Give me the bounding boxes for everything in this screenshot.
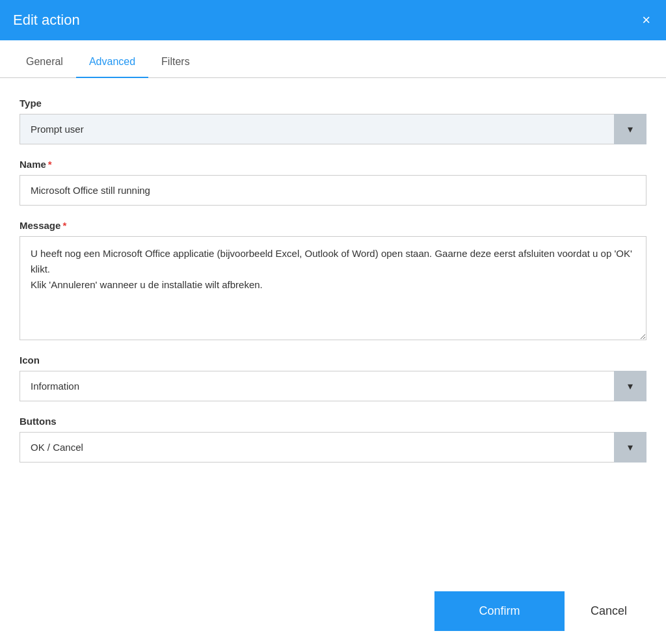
type-group: Type Prompt user ▾	[20, 98, 646, 144]
dialog-header: Edit action ×	[0, 0, 666, 40]
close-button[interactable]: ×	[639, 12, 653, 29]
type-select[interactable]: Prompt user	[20, 114, 646, 144]
dialog-body: Type Prompt user ▾ Name* Message* Icon	[0, 78, 666, 578]
dialog-title: Edit action	[13, 12, 80, 29]
tab-advanced[interactable]: Advanced	[76, 47, 148, 78]
name-group: Name*	[20, 159, 646, 206]
tab-bar: General Advanced Filters	[0, 47, 666, 78]
message-required: *	[62, 220, 66, 231]
type-select-wrapper: Prompt user ▾	[20, 114, 646, 144]
icon-group: Icon Information ▾	[20, 355, 646, 401]
dialog-footer: Confirm Cancel	[0, 578, 666, 644]
name-label: Name*	[20, 159, 646, 170]
buttons-group: Buttons OK / Cancel ▾	[20, 416, 646, 463]
cancel-button[interactable]: Cancel	[571, 591, 646, 631]
icon-label: Icon	[20, 355, 646, 366]
tab-general[interactable]: General	[13, 47, 76, 78]
message-group: Message*	[20, 220, 646, 340]
name-input[interactable]	[20, 175, 646, 206]
edit-action-dialog: Edit action × General Advanced Filters T…	[0, 0, 666, 644]
icon-select[interactable]: Information	[20, 371, 646, 401]
message-textarea[interactable]	[20, 236, 646, 340]
type-label: Type	[20, 98, 646, 109]
buttons-select[interactable]: OK / Cancel	[20, 432, 646, 463]
tab-filters[interactable]: Filters	[148, 47, 203, 78]
message-label: Message*	[20, 220, 646, 231]
buttons-label: Buttons	[20, 416, 646, 427]
buttons-select-wrapper: OK / Cancel ▾	[20, 432, 646, 463]
name-required: *	[48, 159, 52, 170]
icon-select-wrapper: Information ▾	[20, 371, 646, 401]
confirm-button[interactable]: Confirm	[434, 591, 565, 631]
